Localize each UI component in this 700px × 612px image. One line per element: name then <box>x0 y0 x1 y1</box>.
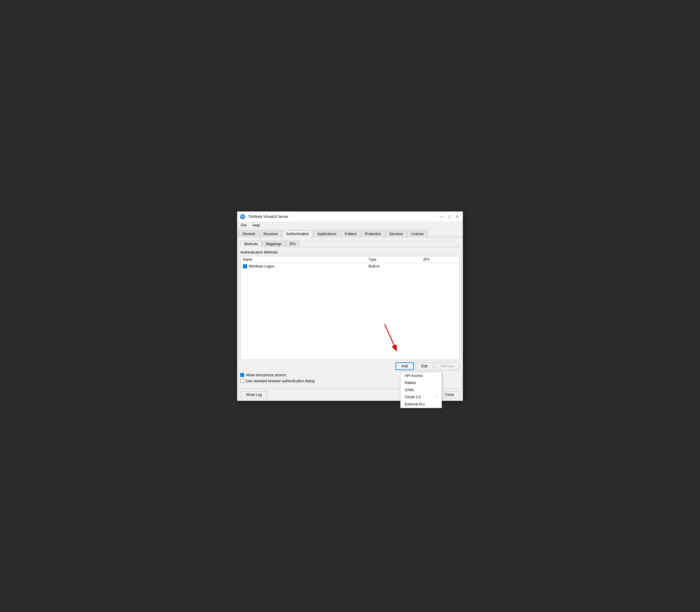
inner-tab-methods[interactable]: Methods <box>240 241 262 247</box>
menu-bar: File Help <box>237 222 463 229</box>
inner-tab-bar: Methods Mappings 2FA <box>240 240 460 247</box>
close-button[interactable]: Close <box>439 391 460 398</box>
allow-anonymous-row: Allow anonymous access <box>240 373 315 377</box>
dropdown-radius[interactable]: Radius <box>400 379 442 386</box>
section-label: Authentication Methods: <box>240 250 460 254</box>
add-button[interactable]: Add <box>396 362 414 370</box>
dropdown-saml[interactable]: SAML <box>400 386 442 393</box>
tab-license[interactable]: License <box>407 231 427 237</box>
inner-tab-2fa[interactable]: 2FA <box>286 241 300 247</box>
allow-anonymous-label: Allow anonymous access <box>246 373 286 377</box>
tab-applications[interactable]: Applications <box>313 231 340 237</box>
main-content: Methods Mappings 2FA Authentication Meth… <box>237 237 463 386</box>
main-window: Thinfinity VirtualUI Server — □ ✕ File H… <box>237 211 463 401</box>
col-name: Name <box>241 256 366 263</box>
remove-button[interactable]: Remove <box>435 362 460 370</box>
maximize-button[interactable]: □ <box>446 213 453 220</box>
button-section: Add Edit Remove API Access Radius SAML O <box>240 362 460 370</box>
action-buttons: Add Edit Remove API Access Radius SAML O <box>240 362 460 370</box>
show-log-button[interactable]: Show Log <box>240 391 267 398</box>
window-controls: — □ ✕ <box>438 213 460 220</box>
add-dropdown-menu: API Access Radius SAML OAuth 2.0 › Exter… <box>400 372 442 408</box>
tab-services[interactable]: Services <box>385 231 407 237</box>
tab-folders[interactable]: Folders <box>341 231 360 237</box>
tab-sessions[interactable]: Sessions <box>260 231 282 237</box>
minimize-button[interactable]: — <box>438 213 445 220</box>
window-title: Thinfinity VirtualUI Server <box>248 214 436 219</box>
auth-methods-table: Name Type 2FA Windows Logon Built-i <box>240 256 460 360</box>
windows-logon-2fa <box>421 263 459 269</box>
close-window-button[interactable]: ✕ <box>454 213 460 220</box>
tab-general[interactable]: General <box>238 231 259 237</box>
standard-browser-checkbox[interactable] <box>240 379 244 383</box>
main-tab-bar: General Sessions Authentication Applicat… <box>237 229 463 237</box>
menu-file[interactable]: File <box>238 223 249 228</box>
allow-anonymous-checkbox[interactable] <box>240 373 244 377</box>
dropdown-oauth2[interactable]: OAuth 2.0 › <box>400 393 442 401</box>
col-2fa: 2FA <box>421 256 459 263</box>
inner-tab-mappings[interactable]: Mappings <box>262 241 285 247</box>
checkboxes-section: Allow anonymous access Use standard brow… <box>240 373 315 383</box>
windows-logon-type: Built-in <box>366 263 421 269</box>
oauth2-submenu-icon: › <box>437 395 437 399</box>
standard-browser-label: Use standard browser authentication dial… <box>246 379 315 383</box>
standard-browser-row: Use standard browser authentication dial… <box>240 379 315 383</box>
tab-protection[interactable]: Protection <box>361 231 385 237</box>
app-icon <box>240 214 246 220</box>
dropdown-api-access[interactable]: API Access <box>400 372 442 379</box>
windows-logon-label: Windows Logon <box>249 264 274 268</box>
menu-help[interactable]: Help <box>250 223 262 228</box>
edit-button[interactable]: Edit <box>415 362 433 370</box>
windows-logon-checkbox[interactable] <box>243 264 247 268</box>
dropdown-external-dll[interactable]: External DLL <box>400 401 442 408</box>
col-type: Type <box>366 256 421 263</box>
title-bar: Thinfinity VirtualUI Server — □ ✕ <box>237 212 463 222</box>
tab-authentication[interactable]: Authentication <box>282 231 313 237</box>
row-checkbox-cell: Windows Logon <box>243 264 364 268</box>
table-row[interactable]: Windows Logon Built-in <box>241 263 459 269</box>
